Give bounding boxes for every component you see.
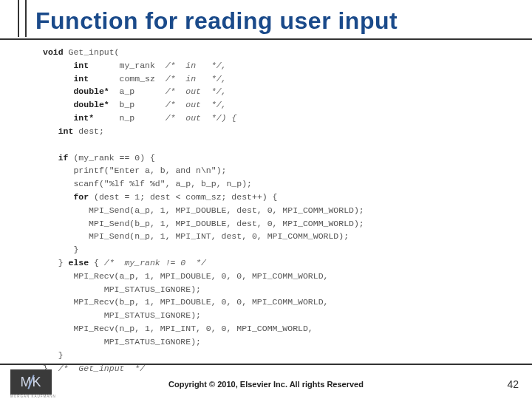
- line-scanf: scanf("%lf %lf %d", a_p, b_p, n_p);: [43, 179, 252, 188]
- footer: MK MORGAN KAUFMANN Copyright © 2010, Els…: [0, 365, 532, 399]
- line-recv-a1: MPI_Recv(a_p, 1, MPI_DOUBLE, 0, 0, MPI_C…: [43, 271, 328, 281]
- code-block: void Get_input( int my_rank /* in */, in…: [43, 46, 510, 375]
- else-post: {: [89, 258, 104, 267]
- param-type-1: int: [73, 74, 89, 83]
- decl-rest: dest;: [73, 126, 103, 136]
- logo-subtext: MORGAN KAUFMANN: [10, 395, 56, 398]
- copyright-text: Copyright © 2010, Elsevier Inc. All righ…: [0, 380, 532, 389]
- else-comment: /* my_rank != 0 */: [104, 258, 206, 267]
- param-name-0: my_rank: [120, 61, 155, 70]
- param-comment-4: /* out */) {: [166, 113, 237, 123]
- param-type-0: int: [73, 61, 89, 70]
- param-comment-2: /* out */,: [166, 86, 227, 96]
- line-else-end: }: [43, 350, 64, 360]
- else-pre: }: [43, 258, 69, 267]
- line-send-a: MPI_Send(a_p, 1, MPI_DOUBLE, dest, 0, MP…: [43, 205, 364, 215]
- line-recv-b2: MPI_STATUS_IGNORE);: [43, 310, 201, 320]
- kw-int-decl: int: [58, 126, 74, 136]
- param-type-2: double*: [73, 86, 109, 96]
- if-cond: (my_rank == 0) {: [69, 153, 155, 163]
- line-recv-n1: MPI_Recv(n_p, 1, MPI_INT, 0, 0, MPI_COMM…: [43, 324, 313, 333]
- title-rule-horizontal: [0, 38, 532, 40]
- sig-name: Get_input(: [64, 47, 120, 57]
- param-type-3: double*: [73, 100, 109, 109]
- param-name-4: n_p: [120, 113, 135, 123]
- line-recv-a2: MPI_STATUS_IGNORE);: [43, 284, 201, 294]
- line-send-n: MPI_Send(n_p, 1, MPI_INT, dest, 0, MPI_C…: [43, 231, 349, 241]
- param-name-3: b_p: [120, 100, 135, 109]
- param-comment-1: /* in */,: [166, 74, 227, 83]
- kw-for: for: [73, 192, 89, 202]
- param-name-2: a_p: [120, 86, 135, 96]
- line-for-end: }: [43, 245, 78, 254]
- line-recv-n2: MPI_STATUS_IGNORE);: [43, 337, 201, 347]
- line-send-b: MPI_Send(b_p, 1, MPI_DOUBLE, dest, 0, MP…: [43, 219, 364, 228]
- line-printf: printf("Enter a, b, and n\n");: [43, 166, 226, 175]
- kw-void: void: [43, 47, 64, 57]
- for-cond: (dest = 1; dest < comm_sz; dest++) {: [89, 192, 277, 202]
- param-name-1: comm_sz: [120, 74, 155, 83]
- kw-else: else: [69, 258, 89, 267]
- line-recv-b1: MPI_Recv(b_p, 1, MPI_DOUBLE, 0, 0, MPI_C…: [43, 297, 328, 307]
- slide-title: Function for reading user input: [35, 7, 532, 35]
- kw-if: if: [58, 153, 69, 163]
- param-comment-3: /* out */,: [166, 100, 227, 109]
- param-comment-0: /* in */,: [166, 61, 227, 70]
- page-number: 42: [507, 378, 519, 390]
- slide: Function for reading user input void Get…: [0, 0, 532, 399]
- title-bar: Function for reading user input: [0, 7, 532, 35]
- param-type-4: int*: [73, 113, 94, 123]
